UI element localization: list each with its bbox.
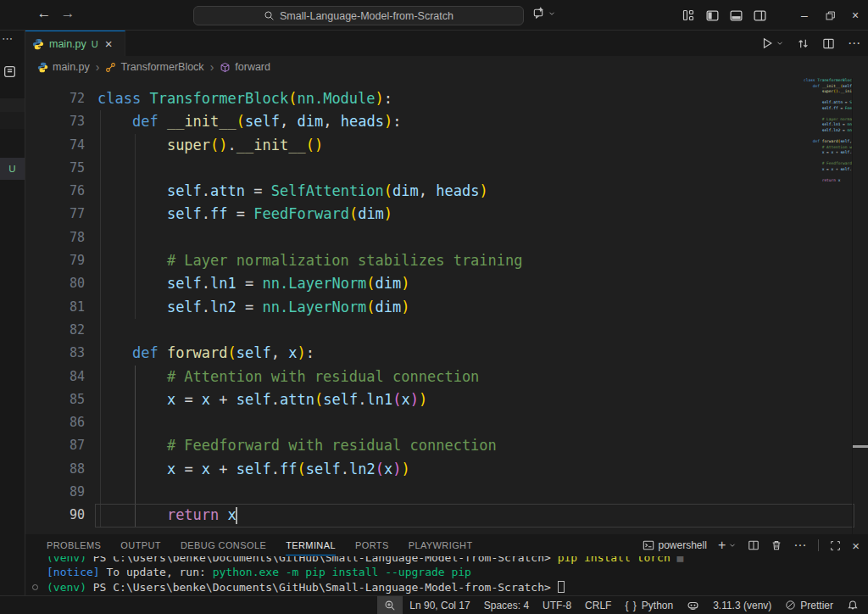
open-changes-icon[interactable] (797, 37, 810, 50)
back-icon[interactable]: ← (34, 5, 54, 22)
indentation[interactable]: Spaces: 4 (477, 596, 536, 614)
tab-main-py[interactable]: main.py U × (25, 31, 125, 56)
panel-tab-problems[interactable]: PROBLEMS (47, 534, 101, 556)
breadcrumb-method[interactable]: forward (220, 61, 270, 73)
command-center-search[interactable]: Small-Language-Model-from-Scratch (193, 6, 524, 25)
python-interpreter[interactable]: 3.11.3 (venv) (706, 596, 778, 614)
code-text (97, 157, 804, 180)
line-number: 84 (25, 366, 97, 388)
close-window-icon[interactable]: × (843, 0, 868, 31)
code-line[interactable]: 89 (25, 481, 804, 504)
code-line[interactable]: 79 # Layer normalization stabilizes trai… (25, 249, 804, 272)
more-actions-icon[interactable]: ⋯ (0, 32, 26, 45)
panel-tab-playwright[interactable]: PLAYWRIGHT (409, 534, 473, 556)
zoom-indicator[interactable] (377, 596, 403, 614)
explorer-row[interactable] (0, 98, 25, 112)
encoding[interactable]: UTF-8 (536, 596, 578, 614)
code-line[interactable]: 74 super().__init__() (25, 134, 804, 157)
code-text: # Layer normalization stabilizes trainin… (97, 249, 804, 272)
code-line[interactable]: 82 (25, 319, 804, 342)
minimap[interactable]: class TransformerBlock(nn.Module): def _… (804, 78, 853, 534)
code-line[interactable]: 83 def forward(self, x): (25, 342, 804, 365)
terminal-icon (643, 539, 654, 551)
prettier-label: Prettier (800, 600, 833, 611)
panel-tab-debug-console[interactable]: DEBUG CONSOLE (181, 534, 266, 556)
breadcrumb-class[interactable]: TransformerBlock (105, 61, 203, 73)
run-python-file-button[interactable] (760, 36, 784, 50)
new-terminal-button[interactable]: + (718, 538, 737, 553)
code-text (97, 481, 804, 504)
status-bar: Ln 90, Col 17 Spaces: 4 UTF-8 CRLF { } P… (0, 595, 868, 614)
terminal-line: (venv) PS C:\Users\benke\Documents\GitHu… (47, 580, 868, 594)
code-text: super().__init__() (97, 134, 804, 157)
code-line[interactable]: 73 def __init__(self, dim, heads): (25, 110, 804, 133)
open-editors-icon[interactable] (3, 64, 17, 79)
panel-tab-ports[interactable]: PORTS (355, 534, 389, 556)
trash-icon[interactable] (771, 539, 782, 551)
restore-icon[interactable] (817, 0, 843, 31)
symbol-class-icon (105, 62, 116, 73)
code-area: 72class TransformerBlock(nn.Module):73 d… (25, 87, 804, 527)
slash-circle-icon (785, 600, 796, 611)
scrollbar-handle[interactable] (853, 445, 868, 448)
breadcrumb-class-label: TransformerBlock (120, 61, 203, 73)
code-line[interactable]: 86 (25, 411, 804, 434)
line-number: 75 (25, 157, 97, 180)
plus-icon: + (718, 538, 726, 553)
more-actions-icon[interactable]: ⋯ (848, 36, 861, 51)
copilot-chat-button[interactable] (532, 7, 556, 20)
code-line[interactable]: 88 x = x + self.ff(self.ln2(x)) (25, 458, 804, 481)
line-number: 87 (25, 434, 97, 457)
customize-layout-icon[interactable] (676, 0, 700, 31)
tab-close-icon[interactable]: × (105, 36, 113, 51)
terminal-controls: powershell + ⋯ × (643, 534, 860, 556)
explorer-row[interactable] (0, 112, 25, 129)
code-line[interactable]: 84 # Attention with residual connection (25, 366, 804, 388)
code-editor[interactable]: 72class TransformerBlock(nn.Module):73 d… (25, 78, 868, 534)
cursor-position[interactable]: Ln 90, Col 17 (403, 596, 476, 614)
code-text: self.ln2 = nn.LayerNorm(dim) (97, 296, 804, 319)
terminal-line: [notice] To update, run: python.exe -m p… (47, 565, 868, 579)
panel-tab-output[interactable]: OUTPUT (120, 534, 161, 556)
code-line[interactable]: 85 x = x + self.attn(self.ln1(x)) (25, 388, 804, 411)
split-editor-icon[interactable] (822, 37, 835, 50)
code-line[interactable]: 80 self.ln1 = nn.LayerNorm(dim) (25, 272, 804, 295)
prettier-status[interactable]: Prettier (778, 596, 840, 614)
code-line[interactable]: 87 # Feedforward with residual connectio… (25, 434, 804, 457)
code-text: return x (97, 504, 804, 527)
close-panel-icon[interactable]: × (852, 539, 860, 553)
code-line[interactable]: 77 self.ff = FeedForward(dim) (25, 203, 804, 226)
chevron-down-icon (728, 541, 737, 550)
code-line[interactable]: 90 return x (25, 504, 804, 527)
toggle-secondary-sidebar-icon[interactable] (748, 0, 771, 31)
terminal-line: (venv) PS C:\Users\benke\Documents\GitHu… (47, 556, 868, 565)
breadcrumb-file[interactable]: main.py (37, 61, 90, 73)
code-line[interactable]: 78 (25, 226, 804, 249)
terminal-output[interactable]: (venv) PS C:\Users\benke\Documents\GitHu… (25, 556, 868, 595)
line-number: 81 (25, 296, 97, 319)
editor-scrollbar[interactable] (852, 78, 868, 534)
python-icon (37, 62, 48, 73)
copilot-status[interactable] (680, 596, 706, 614)
maximize-panel-icon[interactable] (830, 540, 841, 551)
more-actions-icon[interactable]: ⋯ (793, 538, 807, 553)
collapsed-sidebar[interactable]: ⋯ U (0, 31, 25, 595)
code-text: # Attention with residual connection (97, 366, 804, 388)
toggle-primary-sidebar-icon[interactable] (700, 0, 724, 31)
play-icon (760, 36, 774, 50)
minimize-icon[interactable]: – (792, 0, 817, 31)
code-line[interactable]: 75 (25, 157, 804, 180)
split-terminal-icon[interactable] (748, 539, 760, 551)
shell-selector[interactable]: powershell (643, 539, 707, 551)
notifications[interactable] (840, 596, 868, 614)
forward-icon[interactable]: → (58, 5, 78, 22)
code-line[interactable]: 72class TransformerBlock(nn.Module): (25, 87, 804, 110)
code-line[interactable]: 76 self.attn = SelfAttention(dim, heads) (25, 180, 804, 203)
language-mode[interactable]: { } Python (618, 596, 680, 614)
explorer-selected-file[interactable]: U (0, 158, 25, 180)
eol[interactable]: CRLF (578, 596, 618, 614)
panel-tab-terminal[interactable]: TERMINAL (286, 534, 336, 556)
toggle-panel-icon[interactable] (724, 0, 748, 31)
code-line[interactable]: 81 self.ln2 = nn.LayerNorm(dim) (25, 296, 804, 319)
command-decoration-icon[interactable] (32, 584, 38, 590)
